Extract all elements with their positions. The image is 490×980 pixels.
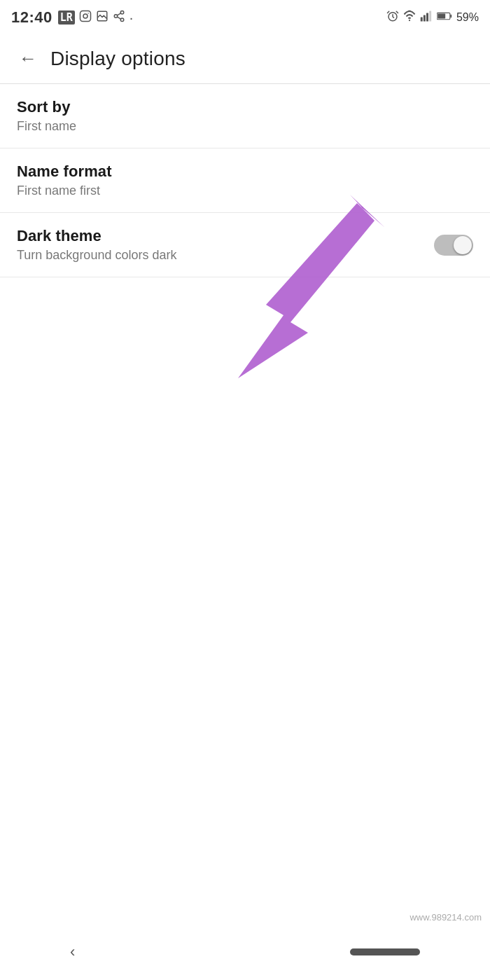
watermark: www.989214.com [410, 912, 482, 923]
svg-point-2 [88, 13, 89, 14]
svg-point-10 [409, 20, 410, 21]
name-format-item[interactable]: Name format First name first [0, 149, 490, 213]
status-left: 12:40 LR [11, 8, 133, 27]
share-icon [113, 10, 125, 25]
instagram-icon [79, 10, 92, 25]
dark-theme-subtitle: Turn background colors dark [17, 248, 176, 263]
dark-theme-title: Dark theme [17, 227, 176, 245]
battery-percentage: 59% [456, 11, 479, 24]
svg-line-7 [117, 17, 120, 19]
svg-rect-16 [450, 15, 451, 18]
name-format-subtitle: First name first [17, 184, 473, 198]
nav-back-button[interactable]: ‹ [70, 943, 75, 961]
sort-by-subtitle: First name [17, 119, 473, 134]
back-arrow-icon: ← [19, 48, 37, 69]
name-format-text: Name format First name first [17, 163, 473, 198]
nav-home-indicator[interactable] [350, 948, 420, 955]
svg-line-8 [117, 13, 120, 15]
back-button[interactable]: ← [11, 42, 45, 76]
status-icons: LR [58, 10, 134, 26]
svg-rect-11 [421, 18, 423, 22]
sort-by-title: Sort by [17, 98, 473, 116]
dark-theme-toggle[interactable] [434, 235, 473, 256]
sort-by-item[interactable]: Sort by First name [0, 84, 490, 149]
name-format-title: Name format [17, 163, 473, 181]
settings-list: Sort by First name Name format First nam… [0, 84, 490, 277]
dark-theme-item[interactable]: Dark theme Turn background colors dark [0, 213, 490, 277]
toggle-knob [454, 236, 472, 254]
status-time: 12:40 [11, 8, 52, 27]
page-title: Display options [50, 48, 186, 70]
dark-theme-text: Dark theme Turn background colors dark [17, 227, 176, 263]
status-right: 59% [386, 10, 479, 25]
svg-point-1 [83, 14, 88, 18]
dot-icon: · [130, 10, 134, 26]
alarm-icon [386, 10, 399, 25]
battery-icon [437, 11, 452, 24]
svg-rect-13 [426, 13, 428, 22]
svg-rect-12 [424, 15, 426, 22]
svg-rect-14 [429, 11, 431, 22]
app-bar: ← Display options [0, 34, 490, 84]
gallery-icon [96, 10, 108, 25]
svg-rect-0 [80, 11, 90, 22]
signal-icon [420, 10, 433, 25]
status-bar: 12:40 LR [0, 0, 490, 34]
sort-by-text: Sort by First name [17, 98, 473, 134]
svg-rect-17 [438, 13, 445, 18]
bottom-nav: ‹ [0, 924, 490, 980]
dark-theme-toggle-container [434, 235, 473, 256]
lr-icon: LR [58, 11, 75, 25]
wifi-icon [403, 10, 416, 25]
